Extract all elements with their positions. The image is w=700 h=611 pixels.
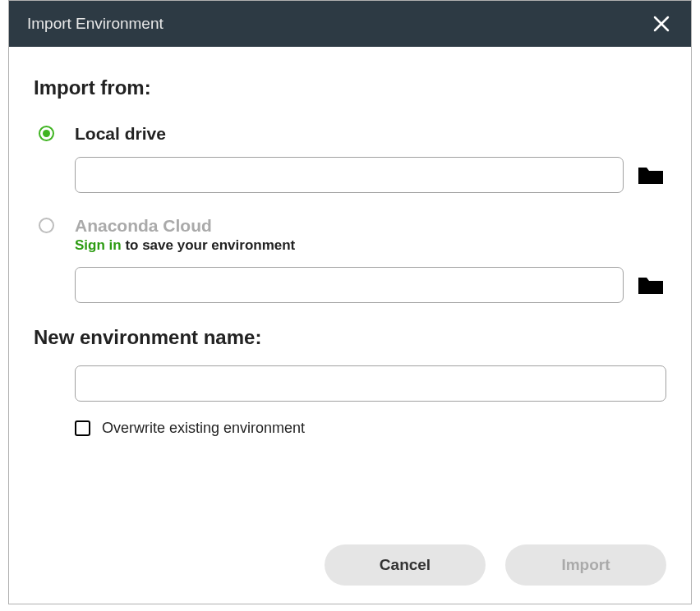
import-button[interactable]: Import bbox=[505, 544, 666, 586]
browse-cloud-button[interactable] bbox=[635, 273, 666, 297]
radio-anaconda-cloud[interactable] bbox=[39, 218, 54, 233]
dialog-content: Import from: Local drive Anaconda Cloud … bbox=[9, 47, 691, 604]
env-name-input[interactable] bbox=[75, 365, 666, 402]
option-anaconda-cloud: Anaconda Cloud Sign in to save your envi… bbox=[34, 216, 666, 303]
cancel-button[interactable]: Cancel bbox=[325, 544, 486, 586]
folder-icon bbox=[637, 274, 665, 296]
cloud-helper-line: Sign in to save your environment bbox=[75, 237, 666, 254]
close-button[interactable] bbox=[648, 11, 675, 37]
overwrite-row: Overwrite existing environment bbox=[34, 420, 666, 437]
import-from-heading: Import from: bbox=[34, 76, 666, 99]
local-drive-path-input[interactable] bbox=[75, 157, 624, 193]
overwrite-checkbox[interactable] bbox=[75, 420, 90, 436]
anaconda-cloud-label: Anaconda Cloud bbox=[75, 216, 666, 236]
local-drive-label: Local drive bbox=[75, 124, 666, 144]
cloud-path-input[interactable] bbox=[75, 267, 624, 303]
import-environment-dialog: Import Environment Import from: Local dr… bbox=[8, 0, 692, 604]
dialog-button-row: Cancel Import bbox=[325, 544, 666, 586]
env-name-input-row bbox=[34, 365, 666, 402]
folder-icon bbox=[637, 164, 665, 186]
dialog-title: Import Environment bbox=[27, 15, 163, 33]
cloud-helper-rest: to save your environment bbox=[122, 237, 296, 253]
cloud-input-row bbox=[75, 267, 666, 303]
option-local-drive: Local drive bbox=[34, 124, 666, 193]
new-env-name-section: New environment name: Overwrite existing… bbox=[34, 326, 666, 437]
sign-in-link[interactable]: Sign in bbox=[75, 237, 122, 253]
overwrite-label: Overwrite existing environment bbox=[102, 420, 305, 437]
radio-local-drive[interactable] bbox=[39, 126, 54, 141]
new-env-name-heading: New environment name: bbox=[34, 326, 666, 349]
local-drive-input-row bbox=[75, 157, 666, 193]
close-icon bbox=[653, 16, 670, 32]
titlebar: Import Environment bbox=[9, 1, 691, 47]
browse-local-button[interactable] bbox=[635, 163, 666, 187]
